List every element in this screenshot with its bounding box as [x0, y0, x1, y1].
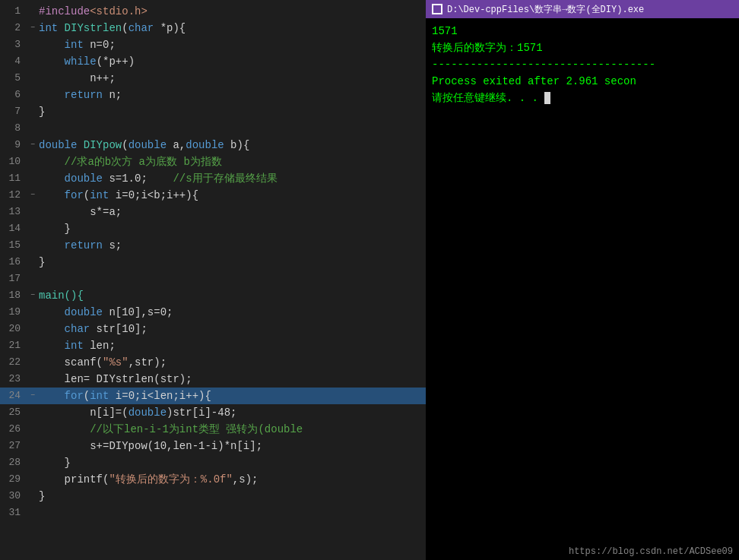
- code-line: 29 printf("转换后的数字为：%.0f",s);: [0, 471, 426, 488]
- code-content: }: [39, 220, 426, 237]
- line-number: 2: [0, 20, 27, 36]
- code-content: int n=0;: [39, 36, 426, 53]
- line-number: 13: [0, 204, 27, 220]
- code-content: n[i]=(double)str[i]-48;: [39, 404, 426, 421]
- terminal-footer: https://blog.csdn.net/ACDSee09: [426, 543, 739, 560]
- code-line: 14 }: [0, 220, 426, 237]
- code-line: 18−main(){: [0, 287, 426, 304]
- code-content: for(int i=0;i<b;i++){: [39, 187, 426, 204]
- code-editor: 1#include<stdio.h>2−int DIYstrlen(char *…: [0, 0, 426, 560]
- code-content: printf("转换后的数字为：%.0f",s);: [39, 471, 426, 488]
- code-line: 16}: [0, 254, 426, 271]
- code-line: 22 scanf("%s",str);: [0, 354, 426, 371]
- terminal-titlebar: D:\Dev-cppFiles\数字串→数字(全DIY).exe: [426, 0, 739, 18]
- code-line: 13 s*=a;: [0, 204, 426, 220]
- code-content: while(*p++): [39, 53, 426, 70]
- terminal-icon: [432, 4, 442, 14]
- fold-button[interactable]: −: [27, 137, 39, 153]
- fold-button[interactable]: −: [27, 388, 39, 404]
- code-content: //求a的b次方 a为底数 b为指数: [39, 153, 426, 170]
- line-number: 22: [0, 354, 27, 371]
- code-line: 31: [0, 505, 426, 521]
- code-content: len= DIYstrlen(str);: [39, 371, 426, 388]
- line-number: 31: [0, 505, 27, 521]
- code-line: 9−double DIYpow(double a,double b){: [0, 137, 426, 153]
- code-line: 20 char str[10];: [0, 321, 426, 337]
- code-line: 23 len= DIYstrlen(str);: [0, 371, 426, 388]
- output-line-2: 转换后的数字为：1571: [432, 40, 733, 56]
- code-content: //以下len-i-1为int类型 强转为(double: [39, 421, 426, 438]
- fold-button[interactable]: −: [27, 287, 39, 304]
- code-content: for(int i=0;i<len;i++){: [39, 388, 426, 404]
- fold-button[interactable]: −: [27, 20, 39, 36]
- code-content: double DIYpow(double a,double b){: [39, 137, 426, 153]
- code-line: 10 //求a的b次方 a为底数 b为指数: [0, 153, 426, 170]
- code-line: 7}: [0, 103, 426, 120]
- code-content: s+=DIYpow(10,len-1-i)*n[i];: [39, 438, 426, 454]
- line-number: 14: [0, 220, 27, 237]
- code-line: 4 while(*p++): [0, 53, 426, 70]
- line-number: 28: [0, 454, 27, 471]
- code-line: 1#include<stdio.h>: [0, 3, 426, 20]
- line-number: 11: [0, 170, 27, 187]
- code-content: double n[10],s=0;: [39, 304, 426, 321]
- line-number: 4: [0, 53, 27, 70]
- line-number: 15: [0, 237, 27, 254]
- line-number: 20: [0, 321, 27, 337]
- line-number: 29: [0, 471, 27, 488]
- line-number: 12: [0, 187, 27, 204]
- code-content: main(){: [39, 287, 426, 304]
- term-divider: -----------------------------------: [432, 56, 733, 73]
- line-number: 9: [0, 137, 27, 153]
- code-line: 2−int DIYstrlen(char *p){: [0, 20, 426, 36]
- fold-button[interactable]: −: [27, 187, 39, 204]
- code-line: 5 n++;: [0, 70, 426, 87]
- line-number: 8: [0, 120, 27, 137]
- code-content: }: [39, 254, 426, 271]
- code-line: 8: [0, 120, 426, 137]
- term-continue: 请按任意键继续. . .: [432, 90, 733, 106]
- code-line: 3 int n=0;: [0, 36, 426, 53]
- code-content: int len;: [39, 337, 426, 354]
- term-process: Process exited after 2.961 secon: [432, 73, 733, 90]
- line-number: 3: [0, 36, 27, 53]
- code-content: int DIYstrlen(char *p){: [39, 20, 426, 36]
- line-number: 6: [0, 87, 27, 103]
- code-line: 27 s+=DIYpow(10,len-1-i)*n[i];: [0, 438, 426, 454]
- line-number: 23: [0, 371, 27, 388]
- line-number: 25: [0, 404, 27, 421]
- code-content: double s=1.0; //s用于存储最终结果: [39, 170, 426, 187]
- code-content: scanf("%s",str);: [39, 354, 426, 371]
- code-line: 6 return n;: [0, 87, 426, 103]
- line-number: 21: [0, 337, 27, 354]
- code-content: }: [39, 488, 426, 505]
- code-line: 26 //以下len-i-1为int类型 强转为(double: [0, 421, 426, 438]
- line-number: 16: [0, 254, 27, 271]
- code-content: return n;: [39, 87, 426, 103]
- code-content: }: [39, 454, 426, 471]
- code-content: s*=a;: [39, 204, 426, 220]
- output-line-1: 1571: [432, 23, 733, 40]
- code-content: n++;: [39, 70, 426, 87]
- terminal-cursor: [544, 92, 550, 104]
- line-number: 26: [0, 421, 27, 438]
- line-number: 10: [0, 153, 27, 170]
- line-number: 30: [0, 488, 27, 505]
- line-number: 17: [0, 271, 27, 287]
- code-line: 25 n[i]=(double)str[i]-48;: [0, 404, 426, 421]
- code-line: 15 return s;: [0, 237, 426, 254]
- code-content: char str[10];: [39, 321, 426, 337]
- line-number: 27: [0, 438, 27, 454]
- line-number: 18: [0, 287, 27, 304]
- line-number: 5: [0, 70, 27, 87]
- terminal-panel: D:\Dev-cppFiles\数字串→数字(全DIY).exe 1571 转换…: [426, 0, 739, 560]
- code-line: 11 double s=1.0; //s用于存储最终结果: [0, 170, 426, 187]
- line-number: 24: [0, 388, 27, 404]
- code-line: 17: [0, 271, 426, 287]
- code-line: 30}: [0, 488, 426, 505]
- code-line: 12− for(int i=0;i<b;i++){: [0, 187, 426, 204]
- line-number: 19: [0, 304, 27, 321]
- code-line: 24− for(int i=0;i<len;i++){: [0, 388, 426, 404]
- line-number: 7: [0, 103, 27, 120]
- code-content: }: [39, 103, 426, 120]
